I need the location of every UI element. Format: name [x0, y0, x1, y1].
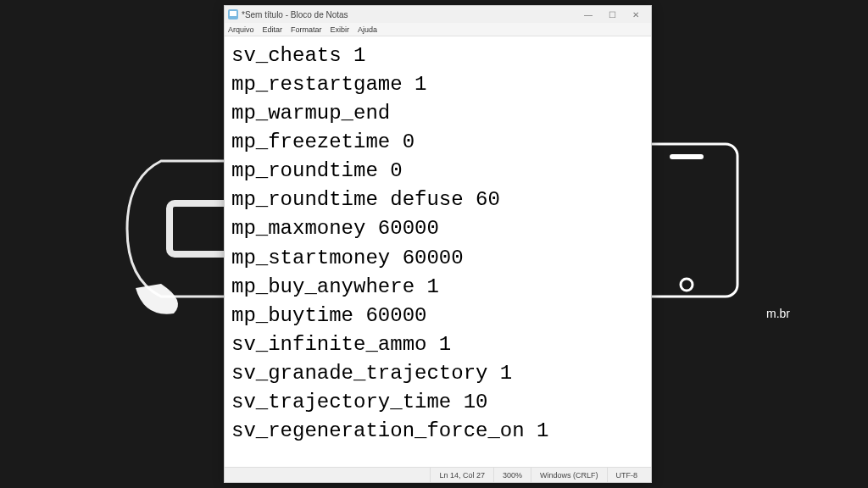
window-controls: — ☐ ✕: [576, 7, 648, 22]
svg-rect-0: [170, 203, 229, 254]
menubar: Arquivo Editar Formatar Exibir Ajuda: [225, 23, 651, 36]
text-editor[interactable]: sv_cheats 1 mp_restartgame 1 mp_warmup_e…: [225, 36, 651, 467]
menu-help[interactable]: Ajuda: [358, 25, 377, 34]
status-line-ending: Windows (CRLF): [531, 468, 607, 482]
menu-format[interactable]: Formatar: [291, 25, 322, 34]
status-zoom: 300%: [493, 468, 531, 482]
titlebar[interactable]: *Sem título - Bloco de Notas — ☐ ✕: [225, 6, 651, 23]
status-cursor-position: Ln 14, Col 27: [430, 468, 493, 482]
maximize-button[interactable]: ☐: [600, 7, 624, 22]
close-button[interactable]: ✕: [624, 7, 648, 22]
svg-rect-2: [670, 154, 704, 159]
minimize-button[interactable]: —: [576, 7, 600, 22]
window-title: *Sem título - Bloco de Notas: [242, 10, 576, 19]
background-side-text: m.br: [766, 307, 790, 320]
status-encoding: UTF-8: [607, 468, 647, 482]
notepad-window: *Sem título - Bloco de Notas — ☐ ✕ Arqui…: [224, 5, 652, 483]
notepad-app-icon: [228, 9, 238, 19]
menu-edit[interactable]: Editar: [263, 25, 283, 34]
svg-point-3: [681, 279, 693, 291]
menu-file[interactable]: Arquivo: [228, 25, 254, 34]
menu-view[interactable]: Exibir: [331, 25, 350, 34]
statusbar: Ln 14, Col 27 300% Windows (CRLF) UTF-8: [225, 467, 651, 482]
